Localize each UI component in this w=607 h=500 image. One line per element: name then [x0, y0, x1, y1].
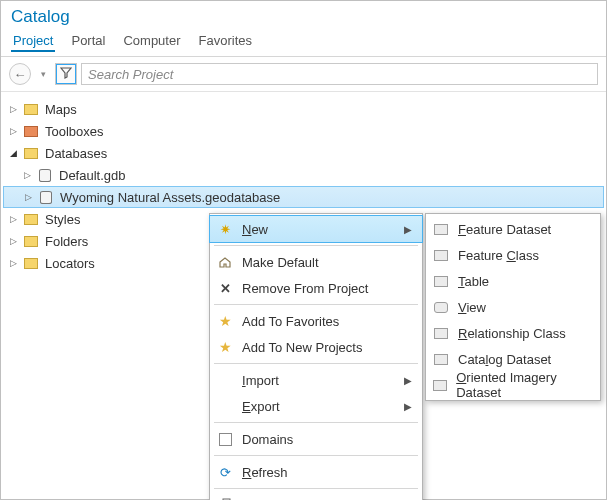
context-menu: ✷ New ▶ Make Default ✕ Remove From Proje… — [209, 213, 423, 500]
relationship-class-icon — [432, 328, 450, 339]
catalog-dataset-icon — [432, 354, 450, 365]
menu-label: Make Default — [242, 255, 319, 270]
search-placeholder: Search Project — [88, 67, 173, 82]
menu-make-default[interactable]: Make Default — [210, 249, 422, 275]
styles-icon — [23, 211, 39, 227]
table-icon — [432, 276, 450, 287]
expand-icon: ▷ — [7, 257, 19, 269]
menu-view[interactable]: View — [426, 294, 600, 320]
catalog-panel: Catalog Project Portal Computer Favorite… — [0, 0, 607, 500]
menu-label: Catalog Dataset — [458, 352, 551, 367]
domains-icon — [216, 433, 234, 446]
chevron-down-icon: ▾ — [41, 69, 46, 79]
submenu-arrow-icon: ▶ — [404, 375, 412, 386]
menu-separator — [214, 304, 418, 305]
feature-dataset-icon — [432, 224, 450, 235]
tree-item-default-gdb[interactable]: ▷ Default.gdb — [3, 164, 604, 186]
tree-item-maps[interactable]: ▷ Maps — [3, 98, 604, 120]
menu-separator — [214, 245, 418, 246]
star-plus-icon: ★ — [216, 339, 234, 355]
menu-label: Import — [242, 373, 279, 388]
menu-label: Feature Dataset — [458, 222, 551, 237]
expand-icon: ▷ — [22, 191, 34, 203]
menu-refresh[interactable]: ⟳ Refresh — [210, 459, 422, 485]
menu-domains[interactable]: Domains — [210, 426, 422, 452]
tab-project[interactable]: Project — [11, 31, 55, 52]
locators-icon — [23, 255, 39, 271]
menu-separator — [214, 488, 418, 489]
dropdown-caret[interactable]: ▾ — [35, 63, 51, 85]
menu-label: View — [458, 300, 486, 315]
menu-feature-class[interactable]: Feature Class — [426, 242, 600, 268]
tree-item-toolboxes[interactable]: ▷ Toolboxes — [3, 120, 604, 142]
folders-icon — [23, 233, 39, 249]
maps-icon — [23, 101, 39, 117]
tab-computer[interactable]: Computer — [121, 31, 182, 52]
tab-portal[interactable]: Portal — [69, 31, 107, 52]
tree-label: Toolboxes — [45, 124, 104, 139]
submenu-arrow-icon: ▶ — [404, 401, 412, 412]
feature-class-icon — [432, 250, 450, 261]
tree-label: Maps — [45, 102, 77, 117]
tab-favorites[interactable]: Favorites — [197, 31, 254, 52]
menu-label: Oriented Imagery Dataset — [456, 370, 590, 400]
expand-icon: ▷ — [7, 103, 19, 115]
menu-label: New — [242, 222, 268, 237]
menu-separator — [214, 422, 418, 423]
remove-icon: ✕ — [216, 281, 234, 296]
menu-relationship-class[interactable]: Relationship Class — [426, 320, 600, 346]
geodatabase-icon — [37, 167, 53, 183]
menu-feature-dataset[interactable]: Feature Dataset — [426, 216, 600, 242]
submenu-new: Feature Dataset Feature Class Table View… — [425, 213, 601, 401]
menu-catalog-dataset[interactable]: Catalog Dataset — [426, 346, 600, 372]
tab-bar: Project Portal Computer Favorites — [1, 31, 606, 57]
menu-export[interactable]: Export ▶ — [210, 393, 422, 419]
tree-label: Locators — [45, 256, 95, 271]
menu-oriented-imagery-dataset[interactable]: Oriented Imagery Dataset — [426, 372, 600, 398]
tree-label: Folders — [45, 234, 88, 249]
filter-button[interactable] — [55, 63, 77, 85]
new-icon: ✷ — [216, 222, 234, 237]
geodatabase-icon — [38, 189, 54, 205]
expand-icon: ▷ — [7, 235, 19, 247]
oriented-imagery-icon — [432, 380, 448, 391]
menu-label: Refresh — [242, 465, 288, 480]
submenu-arrow-icon: ▶ — [404, 224, 412, 235]
tree-item-wyoming-gdb[interactable]: ▷ Wyoming Natural Assets.geodatabase — [3, 186, 604, 208]
star-icon: ★ — [216, 313, 234, 329]
menu-table[interactable]: Table — [426, 268, 600, 294]
menu-label: Export — [242, 399, 280, 414]
back-button[interactable]: ← — [9, 63, 31, 85]
collapse-icon: ◢ — [7, 147, 19, 159]
menu-new[interactable]: ✷ New ▶ — [210, 216, 422, 242]
tree-label: Styles — [45, 212, 80, 227]
databases-icon — [23, 145, 39, 161]
menu-separator — [214, 455, 418, 456]
toolboxes-icon — [23, 123, 39, 139]
menu-label: Remove From Project — [242, 281, 368, 296]
back-arrow-icon: ← — [14, 67, 27, 82]
menu-label: Domains — [242, 432, 293, 447]
tree-label: Default.gdb — [59, 168, 126, 183]
menu-add-to-new-projects[interactable]: ★ Add To New Projects — [210, 334, 422, 360]
panel-title: Catalog — [1, 1, 606, 31]
expand-icon: ▷ — [7, 125, 19, 137]
toolbar: ← ▾ Search Project — [1, 57, 606, 92]
menu-separator — [214, 363, 418, 364]
menu-copy[interactable]: Copy Ctrl+C — [210, 492, 422, 500]
expand-icon: ▷ — [21, 169, 33, 181]
menu-remove-from-project[interactable]: ✕ Remove From Project — [210, 275, 422, 301]
tree-label: Databases — [45, 146, 107, 161]
search-input[interactable]: Search Project — [81, 63, 598, 85]
menu-add-to-favorites[interactable]: ★ Add To Favorites — [210, 308, 422, 334]
menu-label: Feature Class — [458, 248, 539, 263]
filter-icon — [60, 67, 72, 82]
home-icon — [216, 255, 234, 269]
expand-icon: ▷ — [7, 213, 19, 225]
tree-label: Wyoming Natural Assets.geodatabase — [60, 190, 280, 205]
menu-label: Add To New Projects — [242, 340, 362, 355]
menu-label: Add To Favorites — [242, 314, 339, 329]
tree-item-databases[interactable]: ◢ Databases — [3, 142, 604, 164]
menu-import[interactable]: Import ▶ — [210, 367, 422, 393]
menu-label: Table — [458, 274, 489, 289]
